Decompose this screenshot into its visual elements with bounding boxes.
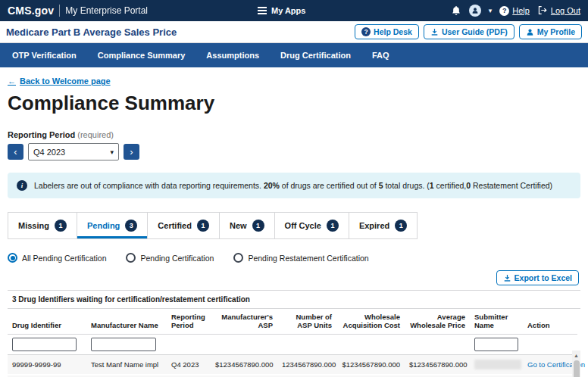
col-header-manufacturer-name: Manufacturer Name: [86, 309, 167, 335]
page-title: Compliance Summary: [8, 92, 580, 115]
radio-label: Pending Restatement Certification: [248, 254, 368, 263]
back-to-welcome-link[interactable]: ← Back to Welcome page: [8, 76, 111, 86]
logout-link[interactable]: Log Out: [537, 5, 580, 16]
cell-submitter-name: [470, 355, 523, 375]
nav-item-assumptions[interactable]: Assumptions: [195, 51, 270, 60]
col-header-drug-identifier: Drug Identifier: [8, 309, 86, 335]
download-icon: [430, 28, 439, 36]
global-header: CMS.gov My Enterprise Portal My Apps ▾ ?…: [0, 0, 588, 21]
cell-reporting-period: Q4 2023: [167, 355, 211, 375]
profile-person-icon: [526, 28, 534, 36]
help-desk-icon: ?: [361, 27, 371, 36]
radio-icon: [126, 253, 136, 263]
portal-name: My Enterprise Portal: [65, 5, 148, 16]
export-label: Export to Excel: [514, 273, 572, 282]
user-guide-button[interactable]: User Guide (PDF): [424, 24, 514, 39]
col-header-wholesale-acquisition-cost: Wholesale Acquisition Cost: [336, 309, 405, 335]
table-header-row: Drug Identifier Manufacturer Name Report…: [8, 309, 577, 335]
cell-average-wholesale-price: $1234567890.000: [405, 355, 470, 375]
tab-count-badge: 3: [125, 220, 137, 232]
help-label: Help: [512, 6, 530, 15]
logout-label: Log Out: [551, 6, 580, 15]
radio-pending-certification[interactable]: Pending Certification: [126, 253, 214, 263]
info-icon: i: [17, 180, 27, 191]
tab-new[interactable]: New 1: [219, 212, 275, 239]
compliance-info-alert: i Labelers are out of compliance with da…: [8, 173, 580, 198]
reporting-period-required: (required): [77, 130, 114, 139]
previous-period-button[interactable]: ‹: [8, 144, 23, 160]
tab-missing[interactable]: Missing 1: [8, 212, 77, 239]
col-header-number-of-asp-units: Number of ASP Units: [277, 309, 336, 335]
export-to-excel-button[interactable]: Export to Excel: [496, 270, 579, 285]
reporting-period-select[interactable]: Q4 2023 ▾: [28, 143, 119, 160]
app-bar: Medicare Part B Average Sales Price ? He…: [0, 21, 588, 43]
my-profile-label: My Profile: [537, 27, 575, 36]
table-row: 99999-9999-99 Test Manf Name impl Q4 202…: [8, 355, 577, 375]
pending-filter-radios: All Pending Certification Pending Certif…: [8, 253, 580, 263]
tab-expired[interactable]: Expired 1: [349, 212, 418, 239]
nav-item-drug-certification[interactable]: Drug Certification: [270, 51, 361, 60]
tab-label: Off Cycle: [285, 221, 321, 230]
user-guide-label: User Guide (PDF): [442, 27, 508, 36]
radio-pending-restatement-certification[interactable]: Pending Restatement Certification: [233, 253, 368, 263]
table-filter-row: [8, 335, 577, 355]
back-link-label: Back to Welcome page: [20, 76, 111, 86]
notifications-bell-icon[interactable]: [451, 5, 461, 16]
reporting-period-value: Q4 2023: [33, 148, 65, 157]
tab-count-badge: 1: [395, 220, 407, 232]
my-profile-button[interactable]: My Profile: [519, 24, 582, 39]
col-header-manufacturers-asp: Manufacturer's ASP: [211, 309, 277, 335]
my-apps-button[interactable]: My Apps: [258, 6, 305, 15]
tab-label: New: [230, 221, 247, 230]
next-period-button[interactable]: ›: [124, 144, 139, 160]
reporting-period-label: Reporting Period (required): [8, 130, 580, 139]
tab-pending[interactable]: Pending 3: [77, 212, 148, 239]
tab-label: Expired: [359, 221, 389, 230]
tab-count-badge: 1: [252, 220, 264, 232]
nav-item-otp-verification[interactable]: OTP Verification: [2, 51, 87, 60]
brand-divider: [59, 5, 60, 17]
scrollbar-thumb[interactable]: [574, 360, 580, 377]
reporting-period-label-text: Reporting Period: [8, 130, 75, 139]
drug-identifier-filter-input[interactable]: [12, 338, 77, 351]
col-header-reporting-period: Reporting Period: [167, 309, 211, 335]
main-nav: OTP Verification Compliance Summary Assu…: [0, 43, 588, 67]
cms-logo[interactable]: CMS.gov: [8, 5, 54, 17]
back-arrow-icon: ←: [8, 76, 16, 86]
tab-count-badge: 1: [327, 220, 339, 232]
logout-icon: [537, 5, 548, 16]
cell-drug-identifier: 99999-9999-99: [8, 355, 86, 375]
tab-label: Pending: [87, 221, 120, 230]
my-apps-icon: [258, 10, 267, 11]
manufacturer-name-filter-input[interactable]: [91, 338, 156, 351]
nav-item-faq[interactable]: FAQ: [361, 51, 400, 60]
main-content: ← Back to Welcome page Compliance Summar…: [0, 67, 588, 377]
alert-text: Labelers are out of compliance with data…: [34, 181, 552, 190]
tab-count-badge: 1: [55, 220, 67, 232]
scroll-up-arrow-icon[interactable]: ▲: [572, 351, 580, 360]
col-header-action: Action: [523, 309, 577, 335]
radio-all-pending-certification[interactable]: All Pending Certification: [8, 253, 106, 263]
user-menu-caret-icon[interactable]: ▾: [489, 7, 493, 14]
help-desk-button[interactable]: ? Help Desk: [355, 24, 419, 39]
tab-certified[interactable]: Certified 1: [147, 212, 220, 239]
user-avatar-icon[interactable]: [469, 5, 481, 17]
help-link[interactable]: ? Help: [499, 6, 530, 16]
nav-item-compliance-summary[interactable]: Compliance Summary: [87, 51, 196, 60]
cell-manufacturer-name: Test Manf Name impl: [86, 355, 167, 375]
cell-wholesale-acquisition-cost: $1234567890.000: [336, 355, 405, 375]
help-desk-label: Help Desk: [374, 27, 412, 36]
tab-label: Missing: [18, 221, 49, 230]
tab-off-cycle[interactable]: Off Cycle 1: [274, 212, 349, 239]
table-scrollbar[interactable]: ▲: [572, 351, 580, 377]
radio-icon: [8, 253, 17, 263]
export-download-icon: [503, 274, 511, 282]
submitter-name-filter-input[interactable]: [474, 338, 518, 351]
help-icon: ?: [499, 6, 509, 16]
col-header-average-wholesale-price: Average Wholesale Price: [405, 309, 470, 335]
my-apps-label: My Apps: [271, 6, 305, 15]
status-tabs: Missing 1 Pending 3 Certified 1 New 1 Of…: [8, 212, 580, 239]
cell-number-of-asp-units: 1234567890.000: [277, 355, 336, 375]
radio-label: Pending Certification: [140, 254, 214, 263]
radio-label: All Pending Certification: [22, 254, 106, 263]
